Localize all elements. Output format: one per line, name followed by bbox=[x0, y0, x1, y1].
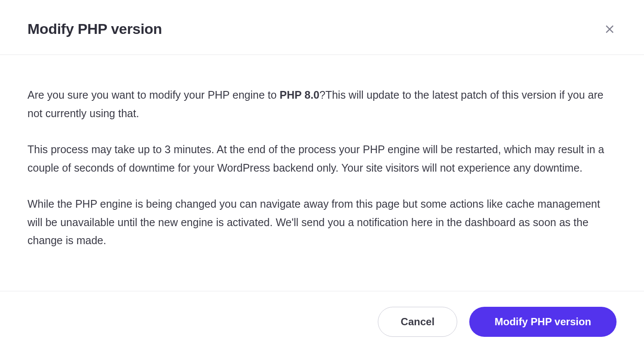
php-version-value: PHP 8.0 bbox=[279, 89, 319, 101]
cancel-button[interactable]: Cancel bbox=[378, 307, 457, 337]
confirm-paragraph-2: This process may take up to 3 minutes. A… bbox=[27, 140, 617, 177]
close-icon bbox=[605, 24, 615, 34]
confirm-paragraph-3: While the PHP engine is being changed yo… bbox=[27, 195, 617, 250]
p1-prefix-text: Are you sure you want to modify your PHP… bbox=[27, 89, 279, 101]
modal-title: Modify PHP version bbox=[27, 21, 162, 37]
modal-body: Are you sure you want to modify your PHP… bbox=[0, 55, 644, 277]
modify-php-version-button[interactable]: Modify PHP version bbox=[469, 307, 617, 337]
confirm-paragraph-1: Are you sure you want to modify your PHP… bbox=[27, 86, 617, 122]
modal-footer: Cancel Modify PHP version bbox=[0, 291, 644, 360]
modal-header: Modify PHP version bbox=[0, 0, 644, 55]
close-button[interactable] bbox=[603, 22, 617, 36]
